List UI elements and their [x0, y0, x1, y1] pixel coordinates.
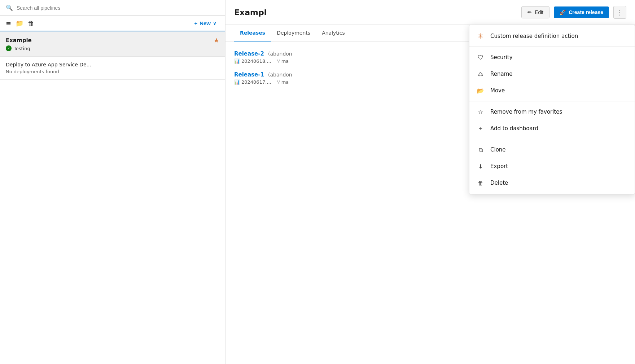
release-2-build: 📊 20240618....: [234, 58, 271, 64]
menu-item-rename[interactable]: ⚖ Rename: [469, 66, 635, 82]
star-icon[interactable]: ★: [214, 36, 219, 44]
divider-3: [469, 139, 635, 139]
menu-item-delete[interactable]: 🗑 Delete: [469, 175, 635, 191]
divider-2: [469, 101, 635, 101]
build-icon: 📊: [234, 58, 240, 64]
context-menu: ✳ Custom release definition action 🛡 Sec…: [469, 25, 635, 194]
asterisk-icon: ✳: [477, 32, 485, 40]
plus-dashboard-icon: ＋: [477, 124, 485, 132]
more-icon: ⋮: [617, 9, 623, 16]
pipeline-list: Example ★ ✓ Testing Deploy to Azure App …: [0, 31, 225, 364]
search-input[interactable]: [17, 5, 219, 11]
release-1-link[interactable]: Release-1: [234, 71, 264, 78]
clone-icon: ⧉: [477, 146, 485, 154]
menu-item-custom-label: Custom release definition action: [490, 33, 578, 39]
release-1-build: 📊 20240617....: [234, 79, 271, 85]
menu-item-clone-label: Clone: [490, 146, 506, 153]
folder-icon[interactable]: 📁: [16, 19, 23, 27]
new-label: New: [200, 20, 211, 26]
page-title: Exampl: [234, 8, 267, 17]
menu-item-rename-label: Rename: [490, 71, 513, 77]
pipeline-item-deploy[interactable]: Deploy to Azure App Service De... No dep…: [0, 57, 225, 80]
release-1-build-val: 20240617....: [241, 79, 271, 85]
pipeline-item-example[interactable]: Example ★ ✓ Testing: [0, 31, 225, 57]
export-icon: ⬇: [477, 162, 485, 170]
toolbar: ≡ 📁 🗑 + New ∨: [0, 16, 225, 31]
menu-item-delete-label: Delete: [490, 180, 508, 186]
right-header: Exampl ✏ Edit 🚀 Create release ⋮: [225, 0, 635, 25]
menu-item-export[interactable]: ⬇ Export: [469, 158, 635, 175]
release-1-branch: ⑂ ma: [277, 79, 289, 85]
right-panel: Exampl ✏ Edit 🚀 Create release ⋮ Release…: [225, 0, 635, 364]
left-panel: 🔍 ≡ 📁 🗑 + New ∨ Example ★ ✓ Testing Depl…: [0, 0, 225, 364]
create-release-button[interactable]: 🚀 Create release: [554, 6, 609, 18]
edit-icon: ✏: [527, 9, 532, 15]
release-2-status: (abandon: [268, 51, 292, 57]
release-1-branch-val: ma: [281, 79, 289, 85]
menu-item-add-dashboard[interactable]: ＋ Add to dashboard: [469, 120, 635, 137]
release-2-branch: ⑂ ma: [277, 58, 289, 64]
divider-1: [469, 47, 635, 47]
menu-item-clone[interactable]: ⧉ Clone: [469, 141, 635, 158]
pipeline-sub-plain: No deployments found: [6, 69, 219, 74]
edit-label: Edit: [535, 9, 543, 15]
branch-icon-1: ⑂: [277, 79, 280, 85]
plus-icon: +: [194, 20, 197, 26]
search-bar: 🔍: [0, 0, 225, 16]
build-icon-1: 📊: [234, 79, 240, 85]
star-outline-icon: ☆: [477, 108, 485, 116]
pipeline-name: Example: [6, 37, 32, 44]
release-2-link[interactable]: Release-2: [234, 51, 264, 57]
menu-item-add-dash-label: Add to dashboard: [490, 125, 538, 132]
menu-item-move-label: Move: [490, 87, 505, 94]
tab-analytics[interactable]: Analytics: [316, 25, 351, 41]
pipeline-status: ✓ Testing: [6, 45, 219, 51]
chevron-down-icon: ∨: [213, 21, 216, 26]
list-icon[interactable]: ≡: [6, 19, 11, 27]
release-1-status: (abandon: [268, 72, 292, 78]
menu-item-remove-fav-label: Remove from my favorites: [490, 109, 562, 115]
release-2-build-val: 20240618....: [241, 58, 271, 64]
menu-item-export-label: Export: [490, 163, 508, 170]
pipeline-name-plain: Deploy to Azure App Service De...: [6, 62, 219, 67]
tab-deployments[interactable]: Deployments: [271, 25, 316, 41]
trash-menu-icon: 🗑: [477, 179, 485, 187]
tab-releases[interactable]: Releases: [234, 25, 271, 41]
menu-item-move[interactable]: 📂 Move: [469, 82, 635, 99]
delete-icon[interactable]: 🗑: [28, 19, 34, 27]
move-icon: 📂: [477, 87, 485, 95]
menu-item-remove-favorites[interactable]: ☆ Remove from my favorites: [469, 104, 635, 120]
shield-icon: 🛡: [477, 53, 485, 61]
edit-button[interactable]: ✏ Edit: [521, 6, 549, 18]
status-check-icon: ✓: [6, 45, 12, 51]
new-button[interactable]: + New ∨: [191, 19, 219, 28]
pipeline-status-text: Testing: [14, 46, 30, 51]
menu-item-security[interactable]: 🛡 Security: [469, 49, 635, 66]
more-options-button[interactable]: ⋮: [613, 6, 626, 19]
branch-icon: ⑂: [277, 58, 280, 64]
rename-icon: ⚖: [477, 70, 485, 78]
release-2-branch-val: ma: [281, 58, 289, 64]
menu-item-custom-action[interactable]: ✳ Custom release definition action: [469, 28, 635, 44]
search-icon: 🔍: [6, 4, 13, 11]
create-release-label: Create release: [569, 9, 603, 15]
rocket-icon: 🚀: [560, 9, 566, 15]
menu-item-security-label: Security: [490, 54, 513, 61]
